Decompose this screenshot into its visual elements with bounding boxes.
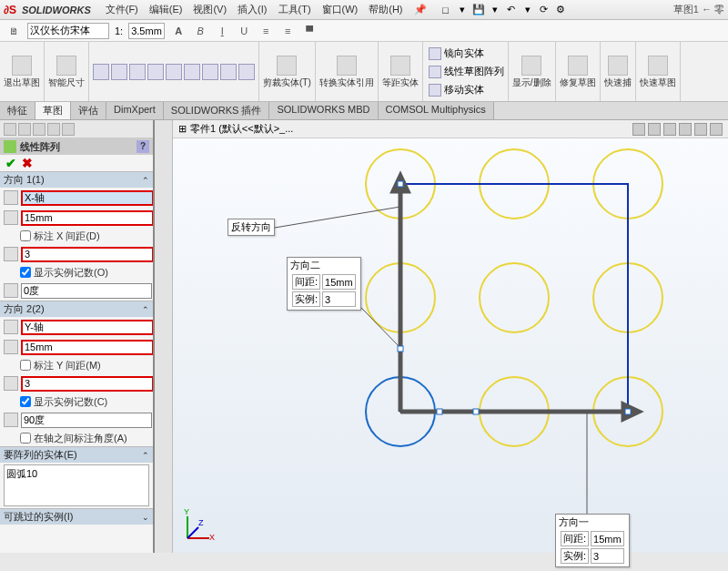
align-left-icon[interactable]: ≡: [258, 23, 274, 39]
rect-icon[interactable]: [111, 64, 127, 80]
qat-print-icon[interactable]: ▾: [489, 4, 501, 16]
dir2-dimy-checkbox[interactable]: [20, 360, 31, 371]
entities-listbox[interactable]: 圆弧10: [4, 464, 149, 506]
qat-save-icon[interactable]: 💾: [472, 4, 485, 16]
ribbon-convert[interactable]: 转换实体引用: [316, 42, 379, 101]
ribbon-smart-dimension[interactable]: 智能尺寸: [45, 42, 89, 101]
ribbon-exit-sketch[interactable]: 退出草图: [0, 42, 45, 101]
dir2-spacing-input[interactable]: [21, 340, 154, 355]
quick-access-toolbar: □ ▾ 💾 ▾ ↶ ▾ ⟳ ⚙: [440, 4, 567, 16]
ribbon-repair[interactable]: 修复草图: [556, 42, 601, 101]
ribbon-trim[interactable]: 剪裁实体(T): [259, 42, 316, 101]
dir2-angle-input[interactable]: [21, 413, 152, 428]
tab-mbd[interactable]: SOLIDWORKS MBD: [269, 102, 378, 119]
menu-view[interactable]: 视图(V): [187, 3, 232, 16]
reverse-dir2-icon[interactable]: [4, 320, 18, 334]
entities-header[interactable]: 要阵列的实体(E)⌃: [0, 447, 153, 463]
linear-pattern-icon[interactable]: [429, 66, 441, 78]
pm-tab1-icon[interactable]: [4, 123, 16, 136]
ribbon-offset[interactable]: 等距实体: [379, 42, 423, 101]
pm-view-icons: [0, 120, 153, 138]
menu-tools[interactable]: 工具(T): [273, 3, 317, 16]
arc-icon[interactable]: [147, 64, 164, 80]
snap-icon: [608, 56, 628, 76]
dir1-angle-input[interactable]: [21, 283, 152, 299]
menu-insert[interactable]: 插入(I): [232, 3, 272, 16]
tab-comsol[interactable]: COMSOL Multiphysics: [379, 102, 494, 119]
tab-features[interactable]: 特征: [0, 102, 35, 119]
text-icon[interactable]: [238, 64, 255, 80]
dir2-callout[interactable]: 方向二 间距:15mm 实例:3: [287, 257, 361, 311]
menu-window[interactable]: 窗口(W): [317, 3, 364, 16]
reverse-dir1-icon[interactable]: [4, 190, 18, 205]
pm-tab3-icon[interactable]: [33, 123, 46, 136]
svg-rect-17: [398, 346, 403, 352]
line-icon[interactable]: [93, 64, 109, 80]
dir2-count-input[interactable]: [21, 376, 154, 392]
qat-open-icon[interactable]: ▾: [456, 4, 469, 16]
poly-icon[interactable]: [220, 64, 237, 80]
app-brand: SOLIDWORKS: [22, 5, 91, 15]
dir2-header[interactable]: 方向 2(2)⌃: [0, 301, 153, 317]
qat-options-icon[interactable]: ⚙: [554, 4, 567, 16]
point-icon[interactable]: [184, 64, 200, 80]
angle1-icon: [4, 283, 18, 298]
dir1-spacing-input[interactable]: [21, 210, 154, 226]
svg-rect-21: [473, 409, 479, 414]
qat-redo-icon[interactable]: ▾: [521, 4, 534, 16]
menu-edit[interactable]: 编辑(E): [144, 3, 188, 16]
ribbon-quick-sketch[interactable]: 快速草图: [636, 42, 681, 101]
view-triad[interactable]: Y X Z: [180, 509, 217, 546]
italic-icon[interactable]: B: [192, 23, 208, 39]
strike-icon[interactable]: U: [236, 23, 252, 39]
trim-icon: [277, 56, 297, 76]
dir1-axis-input[interactable]: [21, 190, 154, 206]
skip-header[interactable]: 可跳过的实例(I)⌄: [0, 509, 153, 525]
tab-evaluate[interactable]: 评估: [71, 102, 106, 119]
pm-ok-button[interactable]: ✔: [5, 156, 16, 170]
slot-icon[interactable]: [202, 64, 218, 80]
graphics-canvas[interactable]: ⊞ 零件1 (默认<<默认>_...: [173, 120, 728, 553]
dir2-axis-input[interactable]: [21, 320, 154, 335]
dir2-show-checkbox[interactable]: [20, 396, 31, 407]
dir1-count-input[interactable]: [21, 247, 154, 262]
spline-icon[interactable]: [166, 64, 182, 80]
mirror-icon[interactable]: [429, 47, 441, 60]
qat-rebuild-icon[interactable]: ⟳: [538, 4, 551, 16]
dir1-callout[interactable]: 方向一 间距:15mm 实例:3: [555, 514, 630, 567]
pm-tab2-icon[interactable]: [18, 123, 31, 136]
tab-sketch[interactable]: 草图: [35, 102, 71, 119]
qat-undo-icon[interactable]: ↶: [505, 4, 518, 16]
font-select[interactable]: [27, 23, 109, 39]
svg-rect-20: [437, 409, 442, 414]
circle-icon[interactable]: [129, 64, 146, 80]
flip-direction-button[interactable]: 反转方向: [228, 219, 275, 236]
menu-pin-icon[interactable]: 📌: [409, 4, 432, 15]
dir1-header[interactable]: 方向 1(1)⌃: [0, 172, 153, 188]
pm-tab5-icon[interactable]: [62, 123, 75, 136]
bold-icon[interactable]: A: [170, 23, 187, 39]
menu-file[interactable]: 文件(F): [100, 3, 144, 16]
dir2-anglelabel-checkbox[interactable]: [20, 433, 31, 444]
dir1-show-checkbox[interactable]: [20, 267, 31, 278]
underline-icon[interactable]: I: [214, 23, 230, 39]
color-icon[interactable]: ▀: [301, 23, 318, 39]
svg-line-15: [264, 207, 400, 229]
pm-cancel-button[interactable]: ✖: [22, 156, 33, 170]
ribbon-display-delete[interactable]: 显示/删除: [509, 42, 556, 101]
section-direction2: 方向 2(2)⌃ ▲▼ 标注 Y 间距(M) ▲▼ 显示实例记数(C) ▲▼ 在…: [0, 301, 153, 446]
align-center-icon[interactable]: ≡: [279, 23, 296, 39]
tab-dimxpert[interactable]: DimXpert: [106, 102, 164, 119]
pm-tab4-icon[interactable]: [47, 123, 60, 136]
pm-okcancel: ✔ ✖: [0, 155, 153, 171]
qat-new-icon[interactable]: □: [440, 4, 452, 16]
ribbon-sketch-tools: [89, 42, 259, 101]
ribbon-quick-snap[interactable]: 快速捕: [601, 42, 636, 101]
tab-addins[interactable]: SOLIDWORKS 插件: [164, 102, 270, 119]
dir1-dimx-checkbox[interactable]: [20, 230, 31, 241]
pm-help-icon[interactable]: ?: [136, 140, 149, 153]
menu-help[interactable]: 帮助(H): [363, 3, 408, 16]
font-size-input[interactable]: [128, 23, 165, 39]
note-icon[interactable]: 🗎: [5, 23, 22, 39]
move-icon[interactable]: [429, 84, 441, 97]
